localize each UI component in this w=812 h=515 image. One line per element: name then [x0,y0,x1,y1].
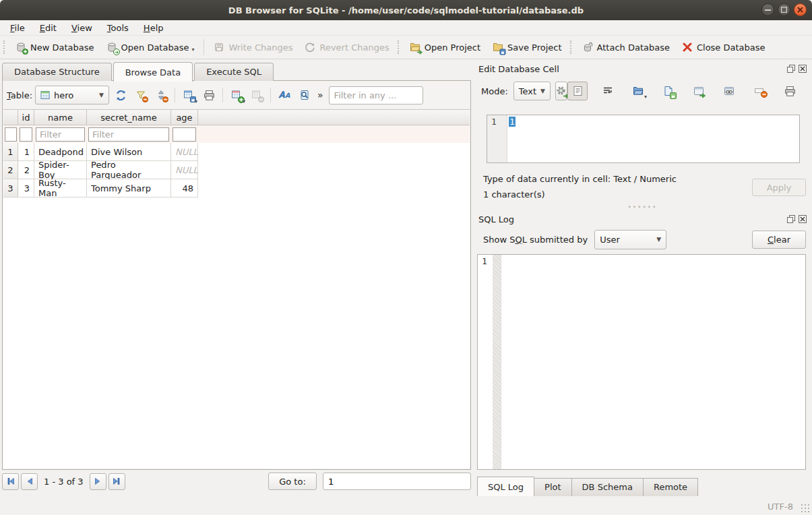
save-table-dropdown-caret[interactable]: ▾ [195,98,197,104]
print-cell-button[interactable] [780,82,800,100]
filter-input-secret-name[interactable] [88,127,169,142]
import-dropdown-caret[interactable]: ▾ [644,94,647,100]
cell-editor-gutter: 1 [487,115,507,162]
close-dock-icon[interactable] [798,215,807,224]
word-wrap-button[interactable] [598,82,618,100]
open-in-external-button[interactable] [689,82,709,100]
save-project-label: Save Project [507,42,562,53]
set-null-button[interactable] [749,82,770,100]
clear-log-button[interactable]: Clear [752,231,806,249]
menu-tools[interactable]: Tools [100,21,136,35]
save-table-button[interactable]: ▾ [180,86,197,104]
import-data-button[interactable]: ▾ [628,82,648,100]
close-button[interactable] [794,3,807,16]
column-header-secret-name[interactable]: secret_name [87,110,171,125]
open-project-button[interactable]: Open Project [404,38,487,56]
filter-input-rownum[interactable] [5,127,17,142]
save-project-button[interactable]: Save Project [487,38,568,56]
text-mode-button[interactable] [567,82,588,100]
data-grid: id name secret_name age [3,109,470,468]
menu-file[interactable]: File [3,21,32,35]
maximize-button[interactable] [778,3,790,16]
print-table-button[interactable] [200,86,218,104]
attach-database-button[interactable]: Attach Database [576,38,676,56]
cell-age[interactable]: NULL [171,161,198,179]
insert-record-button[interactable]: ▾ [228,86,245,104]
cell-editor-content[interactable]: 1 [509,117,516,127]
row-number[interactable]: 3 [3,179,18,198]
delete-record-button [248,86,266,104]
last-page-button[interactable] [108,473,125,490]
table-select[interactable]: hero ▼ [35,86,109,104]
filter-input-age[interactable] [173,127,196,142]
toolbar-grip[interactable] [570,40,574,54]
goto-input[interactable] [323,473,471,490]
previous-page-button[interactable] [21,473,38,490]
cell-age[interactable]: NULL [171,143,198,161]
app-window: DB Browser for SQLite - /home/user/code/… [0,0,812,515]
toolbar-grip[interactable] [3,40,7,54]
menu-edit[interactable]: Edit [32,21,64,35]
cell-editor[interactable]: 1 1 [487,115,800,163]
cell-id[interactable]: 2 [18,161,34,179]
tab-execute-sql[interactable]: Execute SQL [194,63,274,81]
close-database-button[interactable]: Close Database [676,38,772,56]
copy-link-button[interactable] [719,82,739,100]
minimize-button[interactable] [761,3,774,16]
corner-header[interactable] [3,110,18,125]
first-page-button[interactable] [2,473,19,490]
tab-plot[interactable]: Plot [534,478,572,497]
apply-button[interactable]: Apply [752,179,806,196]
cell-secret-name[interactable]: Pedro Parqueador [87,161,171,179]
insert-record-dropdown-caret[interactable]: ▾ [243,98,245,104]
tab-sql-log[interactable]: SQL Log [477,477,534,497]
open-database-button[interactable]: Open Database ▾ [100,38,201,56]
float-dock-icon[interactable] [786,215,795,224]
row-number[interactable]: 2 [3,161,18,179]
font-settings-button[interactable]: 𝐀A [276,86,293,104]
tab-database-structure[interactable]: Database Structure [2,63,112,81]
clear-filters-button[interactable] [132,86,150,104]
find-in-table-button[interactable] [296,86,313,104]
toolbar-grip[interactable] [398,40,402,54]
export-data-button[interactable] [658,82,679,100]
titlebar[interactable]: DB Browser for SQLite - /home/user/code/… [0,0,812,20]
close-dock-icon[interactable] [798,65,807,73]
cell-id[interactable]: 1 [18,143,34,161]
next-page-button[interactable] [90,473,106,490]
cell-secret-name[interactable]: Tommy Sharp [87,179,171,198]
cell-age[interactable]: 48 [171,179,198,198]
new-database-button[interactable]: New Database [9,38,100,56]
tab-browse-data[interactable]: Browse Data [113,62,193,82]
float-dock-icon[interactable] [786,65,795,73]
filter-input-id[interactable] [20,127,32,142]
cell-name[interactable]: Deadpond [34,143,87,161]
cell-id[interactable]: 3 [18,179,34,198]
sql-log-editor[interactable]: 1 [477,254,806,470]
row-number[interactable]: 1 [3,143,18,161]
open-database-dropdown-caret[interactable]: ▾ [191,47,194,53]
clear-sorting-button[interactable] [152,86,170,104]
column-header-name[interactable]: name [34,110,87,125]
auto-apply-button[interactable] [555,82,567,100]
column-header-age[interactable]: age [171,110,198,125]
submitted-by-select[interactable]: User ▼ [594,230,666,249]
resize-grip[interactable] [801,504,810,513]
cell-name[interactable]: Spider-Boy [34,161,87,179]
menu-view[interactable]: View [64,21,100,35]
mode-select[interactable]: Text ▼ [513,82,551,100]
tab-db-schema[interactable]: DB Schema [572,478,644,497]
filter-input-name[interactable] [36,127,85,142]
menu-help[interactable]: Help [136,21,171,35]
goto-button[interactable]: Go to: [268,473,317,490]
cell-secret-name[interactable]: Dive Wilson [87,143,171,161]
dock-splitter-handle[interactable]: •••••• [473,204,812,210]
cell-type-info: Type of data currently in cell: Text / N… [483,174,677,184]
tab-remote[interactable]: Remote [644,478,698,497]
refresh-button[interactable] [112,86,129,104]
sql-log-content[interactable] [501,255,805,469]
column-header-id[interactable]: id [18,110,34,125]
filter-any-input[interactable] [329,86,423,104]
cell-name[interactable]: Rusty-Man [34,179,87,198]
toolbar-overflow-chevron[interactable]: » [317,90,323,100]
